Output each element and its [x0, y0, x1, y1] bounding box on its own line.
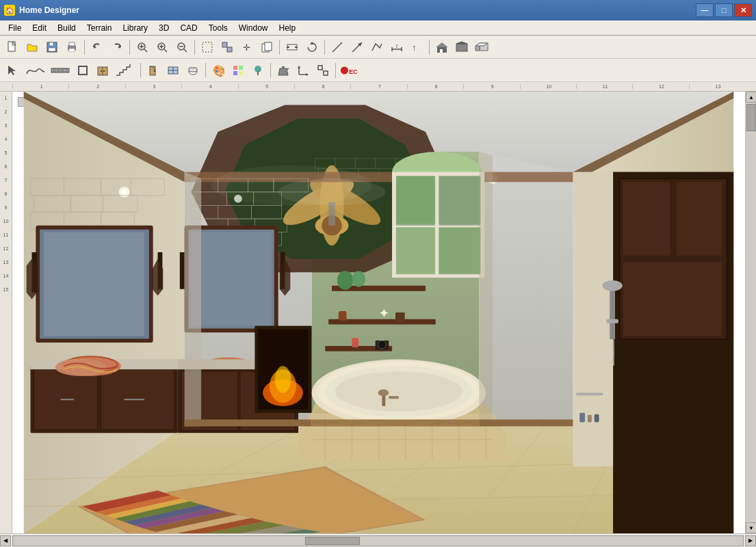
menu-terrain[interactable]: Terrain — [81, 22, 118, 34]
horizontal-scroll-track[interactable] — [12, 535, 744, 546]
undo-button[interactable] — [88, 38, 107, 56]
svg-rect-218 — [389, 396, 399, 399]
stair-tool-button[interactable] — [113, 62, 138, 79]
menu-cad[interactable]: CAD — [174, 22, 203, 34]
spline-tool-button[interactable] — [23, 62, 47, 79]
svg-rect-5 — [69, 42, 75, 46]
zoom-out-button[interactable] — [172, 38, 192, 56]
zoom-fit-button[interactable] — [133, 38, 152, 56]
scroll-left-button[interactable]: ◀ — [0, 535, 11, 546]
elevation-tool-button[interactable] — [294, 62, 313, 79]
app-icon: 🏠 — [4, 5, 15, 16]
svg-point-52 — [101, 70, 102, 72]
scroll-track-vertical[interactable] — [746, 103, 756, 522]
plant-tool-button[interactable] — [248, 62, 268, 79]
menu-edit[interactable]: Edit — [27, 22, 52, 34]
scroll-thumb-horizontal[interactable] — [305, 537, 360, 545]
svg-rect-163 — [44, 232, 144, 336]
separator-t2-2 — [205, 63, 206, 78]
svg-text:🎨: 🎨 — [213, 64, 224, 77]
open-button[interactable] — [23, 38, 42, 56]
top-ruler: 1 2 3 4 5 6 7 8 9 10 11 12 13 — [0, 82, 756, 92]
svg-line-78 — [322, 68, 324, 73]
room-tool-button[interactable] — [73, 62, 92, 79]
extend-button[interactable] — [218, 38, 237, 56]
draw-line-button[interactable] — [328, 38, 347, 56]
stretch-button[interactable] — [283, 38, 302, 56]
record-button[interactable]: EC — [339, 62, 358, 79]
cabinet-tool-button[interactable] — [93, 62, 112, 79]
select-all-button[interactable] — [198, 38, 217, 56]
separator-5 — [324, 40, 325, 55]
arc-button[interactable]: ↑ — [407, 38, 426, 56]
svg-line-14 — [164, 49, 167, 52]
separator-t2-4 — [335, 63, 336, 78]
svg-rect-225 — [439, 176, 481, 225]
material-tool-button[interactable] — [229, 62, 248, 79]
svg-rect-256 — [579, 413, 585, 423]
menu-window[interactable]: Window — [233, 22, 274, 34]
svg-rect-25 — [265, 42, 272, 51]
arrow-button[interactable] — [348, 38, 367, 56]
menu-library[interactable]: Library — [117, 22, 153, 34]
house-3d-button[interactable] — [472, 38, 491, 56]
transform-tool-button[interactable] — [313, 62, 333, 79]
svg-rect-67 — [257, 71, 259, 75]
toolbar-2: 🎨 EC — [0, 59, 756, 82]
close-button[interactable]: ✕ — [734, 3, 752, 17]
menu-3d[interactable]: 3D — [153, 22, 174, 34]
select-tool-button[interactable] — [3, 62, 22, 79]
svg-marker-46 — [8, 66, 16, 75]
zoom-in-button[interactable] — [153, 38, 172, 56]
scroll-down-button[interactable]: ▼ — [746, 522, 756, 533]
redo-button[interactable] — [107, 38, 127, 56]
svg-text:✦: ✦ — [378, 306, 390, 321]
svg-point-194 — [378, 341, 387, 349]
minimize-button[interactable]: — — [696, 3, 714, 17]
menu-help[interactable]: Help — [273, 22, 301, 34]
svg-rect-176 — [180, 252, 185, 289]
svg-rect-64 — [233, 71, 237, 75]
rotate90-button[interactable] — [302, 38, 322, 56]
svg-rect-230 — [623, 182, 670, 256]
svg-rect-226 — [396, 228, 435, 275]
window-tool-button[interactable] — [164, 62, 183, 79]
scroll-right-button[interactable]: ▶ — [745, 535, 756, 546]
menu-file[interactable]: File — [3, 22, 27, 34]
print-button[interactable] — [62, 38, 81, 56]
house-front-button[interactable] — [432, 38, 452, 56]
svg-text:EC: EC — [349, 68, 357, 75]
svg-rect-236 — [610, 286, 615, 339]
dimension-button[interactable] — [387, 38, 406, 56]
menu-tools[interactable]: Tools — [203, 22, 233, 34]
maximize-button[interactable]: □ — [715, 3, 733, 17]
svg-point-215 — [335, 371, 462, 412]
svg-rect-103 — [328, 202, 335, 226]
svg-marker-261 — [185, 420, 312, 427]
top-ruler-marks: 1 2 3 4 5 6 7 8 9 10 11 12 13 — [12, 84, 745, 89]
svg-rect-190 — [339, 311, 347, 321]
paint-tool-button[interactable]: 🎨 — [209, 62, 228, 79]
svg-rect-76 — [318, 66, 322, 70]
wall-tool-button[interactable] — [48, 62, 73, 79]
door-tool-button[interactable] — [144, 62, 163, 79]
svg-rect-3 — [49, 48, 55, 51]
move-button[interactable]: ✛ — [237, 38, 257, 56]
camera-tool-button[interactable] — [274, 62, 293, 79]
house-top-button[interactable] — [452, 38, 471, 56]
polyline-button[interactable] — [367, 38, 387, 56]
svg-text:✛: ✛ — [243, 42, 250, 53]
new-button[interactable] — [3, 38, 22, 56]
svg-rect-224 — [396, 176, 435, 225]
fixture-tool-button[interactable] — [183, 62, 203, 79]
separator-4 — [279, 40, 280, 55]
svg-point-237 — [602, 280, 622, 291]
scroll-thumb-vertical[interactable] — [746, 104, 756, 131]
svg-line-10 — [144, 49, 147, 52]
scroll-up-button[interactable]: ▲ — [746, 92, 756, 103]
svg-rect-235 — [573, 172, 613, 453]
canvas-area[interactable]: ✦ — [12, 92, 745, 533]
copy-button[interactable] — [257, 38, 276, 56]
save-button[interactable] — [42, 38, 62, 56]
menu-build[interactable]: Build — [52, 22, 81, 34]
